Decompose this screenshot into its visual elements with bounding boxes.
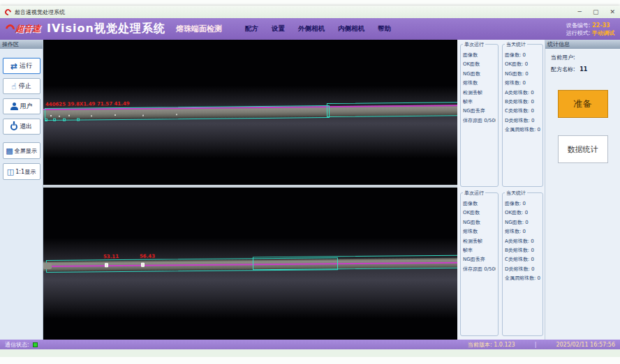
app-title: IVision视觉处理系统 bbox=[47, 22, 165, 36]
detection-tick bbox=[77, 119, 80, 121]
device-number-label: 设备编号: bbox=[566, 22, 591, 29]
today-stats-groupbox: 当天统计 图像数: 0OK图数: 0NG图数: 0熔珠数: 0A类熔珠数: 0B… bbox=[502, 44, 543, 187]
stat-row: NG图数: 0 bbox=[505, 219, 540, 228]
camera-gradient-band bbox=[43, 86, 457, 158]
stat-row: OK图数: 0 bbox=[505, 209, 540, 218]
measurement-label: 53.11 bbox=[103, 255, 119, 259]
single-run-groupbox: 单次运行 图像数OK图数NG图数熔珠数检测丢帧帧率NG图丢弃保存原图 0/500 bbox=[460, 44, 499, 187]
version-value: 1.0.123 bbox=[494, 342, 515, 348]
app-header: 超音速 IVision视觉处理系统 熔珠端面检测 配方设置外侧相机内侧相机帮助 … bbox=[0, 18, 620, 40]
comm-status-label: 通信状态: bbox=[5, 341, 29, 349]
app-window: 超音速视觉处理系统 ─ ▢ ✕ 超音速 IVision视觉处理系统 熔珠端面检测… bbox=[0, 6, 620, 349]
brand-swoosh-icon bbox=[3, 22, 16, 35]
stat-row: A类熔珠数: 0 bbox=[505, 89, 540, 98]
info-column: 统计信息 当前用户: 配方名称: 11 准备 数据统计 bbox=[545, 40, 620, 340]
stat-row: 熔珠数 bbox=[463, 228, 496, 237]
camera-view-bottom: 53.11 56.43 bbox=[43, 188, 457, 340]
stat-row: NG图数 bbox=[463, 219, 496, 228]
stat-row: 图像数 bbox=[463, 52, 496, 61]
run-icon: ⇄ bbox=[10, 62, 17, 70]
desktop-strip bbox=[0, 349, 620, 357]
stat-row: C类熔珠数: 0 bbox=[505, 107, 540, 116]
detection-tick bbox=[53, 119, 56, 121]
detection-roi-box bbox=[327, 102, 457, 117]
current-user-label: 当前用户: bbox=[551, 54, 575, 61]
user-button[interactable]: 用户 bbox=[3, 98, 40, 114]
comm-status-led bbox=[33, 342, 38, 347]
stat-row: C类熔珠数: 0 bbox=[505, 256, 540, 265]
info-panel-title: 统计信息 bbox=[545, 40, 620, 49]
device-number-value: 22-33 bbox=[592, 22, 610, 29]
stop-button[interactable]: ☝ 停止 bbox=[3, 78, 40, 94]
run-mode-value: 手动调试 bbox=[592, 30, 614, 36]
stat-row: NG图数 bbox=[463, 70, 496, 79]
stat-row: 帧率 bbox=[463, 247, 496, 256]
status-bar: 通信状态: 当前版本: 1.0.123 | 2025/02/11 16:57:5… bbox=[0, 340, 620, 349]
fullscreen-button[interactable]: ▩ 全屏显示 bbox=[3, 142, 40, 159]
stat-row: OK图数 bbox=[463, 61, 496, 70]
maximize-button[interactable]: ▢ bbox=[593, 9, 599, 15]
power-icon bbox=[10, 123, 17, 130]
run-button[interactable]: ⇄ 运行 bbox=[3, 58, 40, 74]
datetime-value: 2025/02/11 16:57:56 bbox=[556, 342, 615, 348]
fullscreen-icon: ▩ bbox=[6, 147, 13, 155]
app-logo-icon bbox=[3, 8, 13, 17]
minimize-button[interactable]: ─ bbox=[578, 9, 582, 15]
measurement-annotation: 440625 39.8X1.49 71.57 41.49 bbox=[45, 102, 130, 107]
stat-row: D类熔珠数: 0 bbox=[505, 117, 540, 126]
data-statistics-button[interactable]: 数据统计 bbox=[558, 135, 608, 163]
stats-section-bottom: 单次运行 图像数OK图数NG图数熔珠数检测丢帧帧率NG图丢弃保存原图 0/500… bbox=[460, 192, 542, 336]
stat-row: 熔珠数: 0 bbox=[505, 79, 540, 89]
app-subtitle: 熔珠端面检测 bbox=[176, 24, 222, 34]
defect-mark bbox=[141, 263, 145, 267]
stat-row: NG图丢弃 bbox=[463, 256, 496, 265]
menu-item[interactable]: 内侧相机 bbox=[338, 24, 364, 33]
one-to-one-button[interactable]: ◫ 1:1显示 bbox=[3, 163, 40, 180]
stat-row: 检测丢帧 bbox=[463, 89, 496, 98]
detection-roi-box bbox=[253, 255, 457, 271]
stat-row: 熔珠数 bbox=[463, 79, 496, 89]
menu-item[interactable]: 帮助 bbox=[378, 24, 391, 33]
run-mode-label: 运行模式: bbox=[566, 30, 591, 36]
exit-button[interactable]: 退出 bbox=[3, 119, 40, 135]
stat-row: 图像数 bbox=[463, 200, 496, 209]
stat-row: 金属屑熔珠数: 0 bbox=[505, 126, 540, 135]
stats-section-top: 单次运行 图像数OK图数NG图数熔珠数检测丢帧帧率NG图丢弃保存原图 0/500… bbox=[460, 44, 542, 187]
menu-item[interactable]: 配方 bbox=[245, 24, 258, 33]
prepare-button[interactable]: 准备 bbox=[558, 90, 608, 118]
camera-display-area: 440625 39.8X1.49 71.57 41.49 53.11 56.43 bbox=[43, 40, 457, 340]
stat-row: 金属屑熔珠数: 0 bbox=[505, 275, 540, 284]
close-button[interactable]: ✕ bbox=[610, 9, 615, 15]
sidebar-title: 操作区 bbox=[0, 40, 43, 49]
stop-hand-icon: ☝ bbox=[11, 82, 16, 91]
camera-gradient-band bbox=[43, 238, 457, 319]
operation-sidebar: 操作区 ⇄ 运行 ☝ 停止 用户 退出 bbox=[0, 40, 43, 340]
stat-row: NG图数: 0 bbox=[505, 70, 540, 79]
menu-bar: 配方设置外侧相机内侧相机帮助 bbox=[245, 24, 391, 33]
menu-item[interactable]: 设置 bbox=[272, 24, 285, 33]
one-to-one-icon: ◫ bbox=[7, 168, 14, 176]
measurement-label: 56.43 bbox=[140, 255, 155, 259]
stat-row: 帧率 bbox=[463, 98, 496, 107]
window-title: 超音速视觉处理系统 bbox=[15, 8, 65, 16]
stat-row: D类熔珠数: 0 bbox=[505, 266, 540, 275]
stat-row: OK图数: 0 bbox=[505, 61, 540, 70]
stat-row: A类熔珠数: 0 bbox=[505, 238, 540, 247]
recipe-name-value: 11 bbox=[580, 66, 587, 73]
device-info: 设备编号: 22-33 运行模式: 手动调试 bbox=[566, 22, 614, 37]
stat-row: 图像数: 0 bbox=[505, 200, 540, 209]
stat-row: 保存原图 0/500 bbox=[463, 117, 496, 126]
menu-item[interactable]: 外侧相机 bbox=[298, 24, 325, 33]
stat-row: 熔珠数: 0 bbox=[505, 228, 540, 237]
status-separator: | bbox=[535, 342, 537, 348]
stat-row: B类熔珠数: 0 bbox=[505, 247, 540, 256]
version-label: 当前版本: bbox=[468, 342, 492, 348]
stat-row: OK图数 bbox=[463, 209, 496, 218]
stat-row: NG图丢弃 bbox=[463, 107, 496, 116]
stat-row: 图像数: 0 bbox=[505, 52, 540, 61]
stat-row: B类熔珠数: 0 bbox=[505, 98, 540, 107]
recipe-name-label: 配方名称: bbox=[551, 66, 575, 73]
stats-column: 单次运行 图像数OK图数NG图数熔珠数检测丢帧帧率NG图丢弃保存原图 0/500… bbox=[457, 40, 545, 340]
stat-row: 检测丢帧 bbox=[463, 238, 496, 247]
single-run-groupbox: 单次运行 图像数OK图数NG图数熔珠数检测丢帧帧率NG图丢弃保存原图 0/500 bbox=[460, 192, 499, 336]
